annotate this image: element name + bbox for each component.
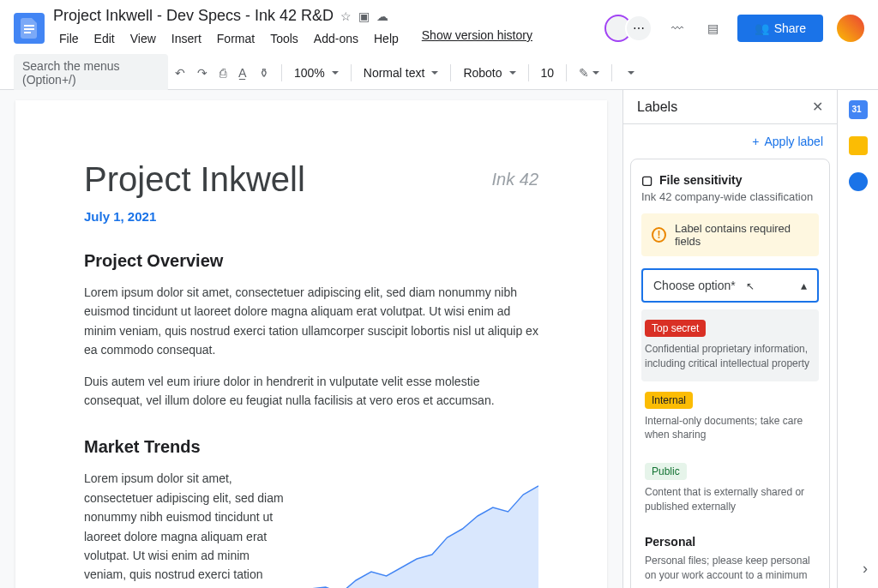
- option-top-secret[interactable]: Top secret Confidential proprietary info…: [641, 309, 819, 381]
- labels-panel: Labels ✕ + Apply label ▢ File sensitivit…: [622, 90, 837, 588]
- keep-icon[interactable]: [849, 136, 868, 155]
- paint-format-icon[interactable]: ⚱: [254, 61, 274, 85]
- star-icon[interactable]: ☆: [340, 9, 352, 23]
- svg-rect-1: [24, 28, 34, 30]
- warning-text: Label contains required fields: [675, 222, 809, 248]
- menu-edit[interactable]: Edit: [88, 28, 121, 49]
- presence-avatar-2[interactable]: ⋯: [625, 15, 652, 42]
- card-subtitle: Ink 42 company-wide classification: [641, 190, 819, 203]
- tasks-icon[interactable]: [849, 172, 868, 191]
- option-desc: Content that is externally shared or pub…: [645, 485, 815, 514]
- trends-heading[interactable]: Market Trends: [84, 437, 538, 457]
- font-dropdown[interactable]: Roboto: [458, 63, 520, 83]
- overview-heading[interactable]: Project Overview: [84, 251, 538, 271]
- highlight-icon[interactable]: ✎: [574, 61, 604, 85]
- apply-label-button[interactable]: + Apply label: [752, 135, 823, 148]
- style-dropdown[interactable]: Normal text: [358, 63, 444, 83]
- main-area: Project Inkwell Ink 42 July 1, 2021 Proj…: [0, 90, 878, 588]
- menu-bar: File Edit View Insert Format Tools Add-o…: [53, 28, 611, 49]
- person-add-icon: 👥: [755, 21, 769, 35]
- option-personal[interactable]: Personal Personal files; please keep per…: [641, 525, 819, 588]
- trends-p[interactable]: Lorem ipsum dolor sit amet, consectetuer…: [84, 469, 290, 588]
- company-logo: Ink 42: [492, 170, 538, 189]
- comments-icon[interactable]: ▤: [702, 16, 724, 40]
- share-label: Share: [774, 21, 806, 35]
- card-title: File sensitivity: [659, 173, 742, 187]
- option-internal[interactable]: Internal Internal-only documents; take c…: [641, 381, 819, 453]
- search-menus-input[interactable]: Search the menus (Option+/): [14, 54, 168, 92]
- svg-marker-3: [310, 486, 538, 588]
- presence-avatars[interactable]: ⋯: [611, 15, 652, 42]
- version-history-link[interactable]: Show version history: [422, 28, 532, 49]
- doc-h1-text[interactable]: Project Inkwell: [84, 160, 305, 199]
- spellcheck-icon[interactable]: A̲: [233, 61, 252, 85]
- required-fields-warning: ! Label contains required fields: [641, 213, 819, 256]
- chevron-up-icon: ▴: [801, 279, 807, 292]
- menu-help[interactable]: Help: [368, 28, 405, 49]
- toolbar: Search the menus (Option+/) ↶ ↷ ⎙ A̲ ⚱ 1…: [0, 56, 878, 90]
- panel-title: Labels: [637, 99, 812, 115]
- side-rail: [837, 90, 878, 588]
- badge-top-secret: Top secret: [645, 320, 706, 337]
- plus-icon: +: [752, 135, 759, 148]
- font-size-dropdown[interactable]: 10: [536, 63, 560, 83]
- label-tag-icon: ▢: [641, 173, 652, 187]
- activity-icon[interactable]: 〰: [666, 16, 689, 40]
- overview-p2[interactable]: Duis autem vel eum iriure dolor in hendr…: [84, 372, 538, 411]
- document-page[interactable]: Project Inkwell Ink 42 July 1, 2021 Proj…: [15, 100, 607, 588]
- option-desc: Confidential proprietary information, in…: [645, 342, 815, 371]
- show-side-panel-icon[interactable]: ›: [863, 560, 868, 578]
- close-icon[interactable]: ✕: [812, 99, 823, 115]
- option-desc: Personal files; please keep personal on …: [645, 554, 815, 583]
- zoom-dropdown[interactable]: 100%: [289, 63, 344, 83]
- more-tools-icon[interactable]: [619, 66, 640, 80]
- menu-addons[interactable]: Add-ons: [308, 28, 364, 49]
- redo-icon[interactable]: ↷: [192, 61, 213, 85]
- option-title: Personal: [645, 535, 815, 549]
- classification-select[interactable]: Choose option* ↖ ▴: [641, 268, 819, 303]
- market-trends-chart: [310, 469, 538, 588]
- cloud-status-icon[interactable]: ☁: [376, 9, 388, 23]
- menu-format[interactable]: Format: [211, 28, 261, 49]
- move-folder-icon[interactable]: ▣: [358, 9, 370, 23]
- undo-icon[interactable]: ↶: [170, 61, 190, 85]
- app-header: Project Inkwell - Dev Specs - Ink 42 R&D…: [0, 0, 878, 56]
- header-right: ⋯ 〰 ▤ 👥 Share: [611, 15, 864, 42]
- calendar-icon[interactable]: [849, 100, 868, 119]
- warning-icon: !: [652, 227, 666, 243]
- badge-public: Public: [645, 463, 687, 480]
- badge-internal: Internal: [645, 392, 693, 409]
- svg-rect-2: [24, 32, 31, 33]
- menu-file[interactable]: File: [53, 28, 85, 49]
- account-avatar[interactable]: [837, 15, 864, 42]
- overview-p1[interactable]: Lorem ipsum dolor sit amet, consectetuer…: [84, 283, 538, 360]
- menu-insert[interactable]: Insert: [165, 28, 207, 49]
- classification-options: Top secret Confidential proprietary info…: [641, 309, 819, 588]
- cursor-icon: ↖: [746, 280, 755, 292]
- title-area: Project Inkwell - Dev Specs - Ink 42 R&D…: [53, 7, 611, 49]
- svg-rect-0: [24, 25, 34, 27]
- doc-h1: Project Inkwell Ink 42: [84, 160, 538, 199]
- docs-app-icon[interactable]: [14, 13, 45, 44]
- menu-tools[interactable]: Tools: [264, 28, 304, 49]
- file-sensitivity-card: ▢ File sensitivity Ink 42 company-wide c…: [630, 159, 830, 588]
- print-icon[interactable]: ⎙: [214, 61, 232, 85]
- option-desc: Internal-only documents; take care when …: [645, 414, 815, 443]
- share-button[interactable]: 👥 Share: [737, 15, 823, 42]
- menu-view[interactable]: View: [124, 28, 162, 49]
- doc-title[interactable]: Project Inkwell - Dev Specs - Ink 42 R&D: [53, 7, 334, 25]
- select-placeholder: Choose option*: [653, 279, 736, 292]
- apply-label-text: Apply label: [765, 135, 824, 148]
- option-public[interactable]: Public Content that is externally shared…: [641, 453, 819, 525]
- doc-date[interactable]: July 1, 2021: [84, 209, 538, 224]
- document-canvas[interactable]: Project Inkwell Ink 42 July 1, 2021 Proj…: [0, 90, 622, 588]
